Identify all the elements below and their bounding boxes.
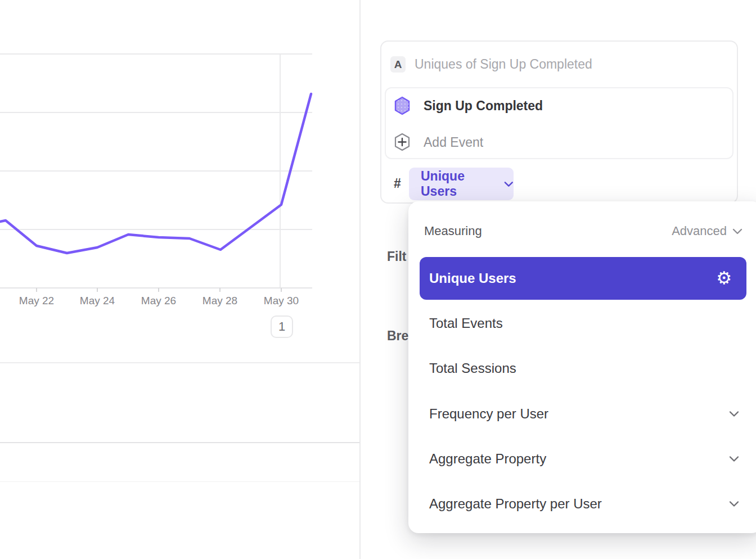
measuring-option-total-events[interactable]: Total Events xyxy=(408,301,756,346)
chevron-down-icon xyxy=(732,228,742,235)
table-header-divider xyxy=(0,442,359,443)
event-hexagon-icon xyxy=(394,96,411,118)
measuring-option-total-sessions[interactable]: Total Sessions xyxy=(408,346,756,391)
x-tick-label: May 26 xyxy=(132,295,186,307)
chevron-down-icon xyxy=(729,456,739,462)
advanced-selector[interactable]: Advanced xyxy=(672,224,742,238)
measurement-dropdown-trigger[interactable]: Unique Users xyxy=(409,168,514,200)
measuring-dropdown-menu: Measuring Advanced Unique Users⚙Total Ev… xyxy=(408,201,756,533)
option-label: Frequency per User xyxy=(429,406,548,422)
x-tick-label: May 30 xyxy=(254,295,308,307)
measurement-value[interactable]: Unique Users xyxy=(421,169,497,199)
measurement-hash-prefix: # xyxy=(394,176,401,191)
table-top-divider xyxy=(0,362,359,363)
option-label: Total Events xyxy=(429,315,503,331)
chevron-down-icon xyxy=(729,501,739,507)
filter-section-label-partial: Filt xyxy=(387,249,407,264)
event-name[interactable]: Sign Up Completed xyxy=(424,98,543,114)
option-label: Aggregate Property per User xyxy=(429,496,602,512)
measuring-option-unique-users[interactable]: Unique Users⚙ xyxy=(420,257,746,300)
x-tick-label: May 22 xyxy=(10,295,64,307)
add-event-label[interactable]: Add Event xyxy=(424,135,483,150)
measuring-option-frequency-per-user[interactable]: Frequency per User xyxy=(408,391,756,436)
chevron-down-icon xyxy=(729,411,739,417)
add-event-plus-icon[interactable] xyxy=(394,133,411,154)
series-a-badge: A xyxy=(390,56,406,73)
breakdown-section-label-partial: Bre xyxy=(387,328,408,344)
option-label: Unique Users xyxy=(429,271,516,286)
chevron-down-icon xyxy=(504,181,514,187)
measuring-label: Measuring xyxy=(424,224,482,238)
x-tick-label: May 28 xyxy=(193,295,247,307)
table-row-divider xyxy=(0,481,359,482)
x-tick-label: May 24 xyxy=(70,295,124,307)
series-title: Uniques of Sign Up Completed xyxy=(415,57,592,72)
analytics-insights-page: May 22May 24May 26May 28May 30 1 May 4Ma… xyxy=(0,0,756,559)
measuring-option-aggregate-property[interactable]: Aggregate Property xyxy=(408,436,756,481)
pagination-badge[interactable]: 1 xyxy=(271,315,293,338)
measuring-option-aggregate-property-per-user[interactable]: Aggregate Property per User xyxy=(408,481,756,526)
panel-divider xyxy=(359,0,361,559)
gear-icon[interactable]: ⚙ xyxy=(716,269,732,287)
advanced-label[interactable]: Advanced xyxy=(672,224,727,238)
option-label: Aggregate Property xyxy=(429,451,546,467)
option-label: Total Sessions xyxy=(429,360,516,376)
